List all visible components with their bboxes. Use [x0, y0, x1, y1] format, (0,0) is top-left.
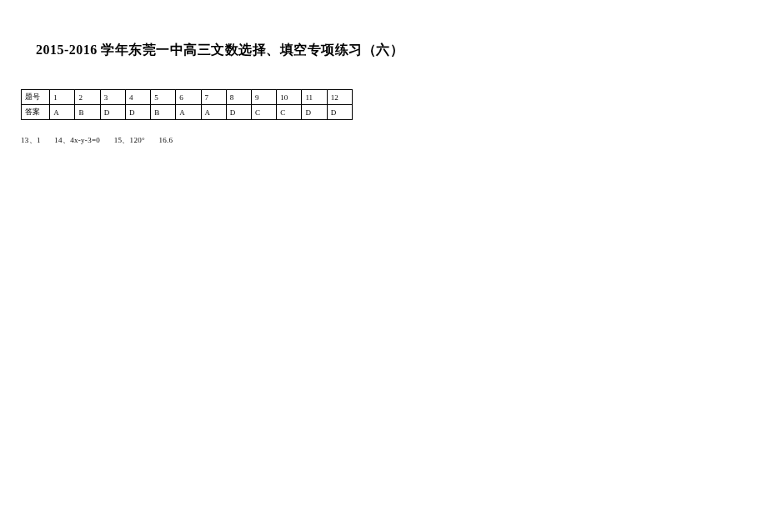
answer-value: C — [277, 105, 302, 120]
question-number: 9 — [252, 90, 277, 105]
answer-value: D — [125, 105, 150, 120]
answer-value: A — [176, 105, 201, 120]
answer-value: D — [100, 105, 125, 120]
question-number: 4 — [125, 90, 150, 105]
question-number: 7 — [201, 90, 226, 105]
answer-value: C — [252, 105, 277, 120]
fill-item: 14、4x-y-3=0 — [54, 135, 100, 146]
fill-item: 16.6 — [158, 136, 173, 144]
question-number: 1 — [50, 90, 75, 105]
answer-value: D — [327, 105, 352, 120]
question-number: 12 — [327, 90, 352, 105]
row-label: 答案 — [22, 105, 50, 120]
fill-item: 13、1 — [21, 135, 41, 146]
question-number: 11 — [302, 90, 327, 105]
question-number: 6 — [176, 90, 201, 105]
table-row: 题号 1 2 3 4 5 6 7 8 9 10 11 12 — [22, 90, 353, 105]
fill-item: 15、120° — [114, 135, 145, 146]
table-row: 答案 A B D D B A A D C C D D — [22, 105, 353, 120]
answer-value: D — [302, 105, 327, 120]
answer-value: A — [201, 105, 226, 120]
answer-value: B — [75, 105, 100, 120]
fill-in-answers: 13、1 14、4x-y-3=0 15、120° 16.6 — [21, 135, 746, 146]
question-number: 3 — [100, 90, 125, 105]
question-number: 8 — [226, 90, 251, 105]
row-label: 题号 — [22, 90, 50, 105]
question-number: 5 — [151, 90, 176, 105]
question-number: 2 — [75, 90, 100, 105]
answer-value: B — [151, 105, 176, 120]
page-title: 2015-2016 学年东莞一中高三文数选择、填空专项练习（六） — [36, 42, 746, 59]
answer-value: A — [50, 105, 75, 120]
answer-key-table: 题号 1 2 3 4 5 6 7 8 9 10 11 12 答案 A B D D… — [21, 89, 353, 120]
answer-value: D — [226, 105, 251, 120]
question-number: 10 — [277, 90, 302, 105]
